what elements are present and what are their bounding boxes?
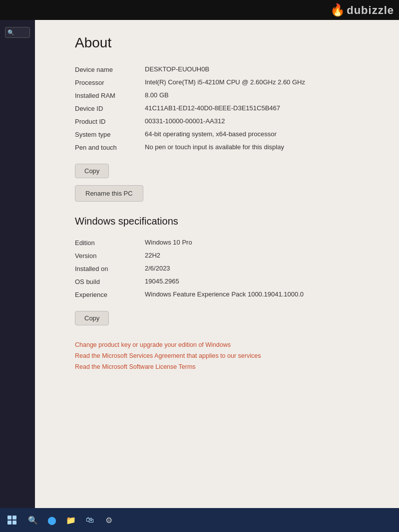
sidebar: 🔍 <box>0 20 35 508</box>
info-label: OS build <box>75 277 145 285</box>
info-label: Product ID <box>75 117 145 125</box>
info-label: System type <box>75 130 145 138</box>
info-row: Device ID 41C11AB1-ED12-40D0-8EEE-D3E151… <box>75 102 379 115</box>
info-value: 22H2 <box>145 252 379 259</box>
info-value: No pen or touch input is available for t… <box>145 143 379 151</box>
top-bar: 🔥dubizzle <box>0 0 399 20</box>
info-value: Windows 10 Pro <box>145 239 379 246</box>
content-panel: About Device name DESKTOP-EUOUH0B Proces… <box>35 20 399 508</box>
info-label: Processor <box>75 78 145 86</box>
info-row: System type 64-bit operating system, x64… <box>75 128 379 141</box>
dubizzle-logo: 🔥dubizzle <box>330 3 394 17</box>
copy-button-2[interactable]: Copy <box>75 311 109 325</box>
info-value: 2/6/2023 <box>145 265 379 272</box>
info-label: Device ID <box>75 104 145 112</box>
info-label: Experience <box>75 290 145 298</box>
taskbar-settings[interactable]: ⚙ <box>101 512 117 528</box>
info-row: Installed RAM 8.00 GB <box>75 89 379 102</box>
info-label: Edition <box>75 239 145 247</box>
info-row: OS build 19045.2965 <box>75 275 379 288</box>
device-info-table: Device name DESKTOP-EUOUH0B Processor In… <box>75 63 379 154</box>
info-row: Installed on 2/6/2023 <box>75 262 379 275</box>
info-value: 8.00 GB <box>145 91 379 99</box>
sidebar-search[interactable]: 🔍 <box>5 27 30 38</box>
info-row: Experience Windows Feature Experience Pa… <box>75 288 379 301</box>
links-section: Change product key or upgrade your editi… <box>75 341 379 370</box>
info-row: Product ID 00331-10000-00001-AA312 <box>75 115 379 128</box>
settings-link[interactable]: Change product key or upgrade your editi… <box>75 341 379 348</box>
info-value: DESKTOP-EUOUH0B <box>145 65 379 73</box>
info-label: Version <box>75 252 145 260</box>
windows-specs-table: Edition Windows 10 Pro Version 22H2 Inst… <box>75 236 379 301</box>
info-label: Installed RAM <box>75 91 145 99</box>
info-label: Pen and touch <box>75 143 145 151</box>
info-value: 64-bit operating system, x64-based proce… <box>145 130 379 138</box>
info-row: Version 22H2 <box>75 249 379 262</box>
taskbar-folder[interactable]: 📁 <box>63 512 79 528</box>
info-row: Pen and touch No pen or touch input is a… <box>75 141 379 154</box>
info-row: Processor Intel(R) Core(TM) i5-4210M CPU… <box>75 76 379 89</box>
info-label: Device name <box>75 65 145 73</box>
taskbar-search[interactable]: 🔍 <box>25 512 41 528</box>
info-value: 00331-10000-00001-AA312 <box>145 117 379 125</box>
start-button[interactable] <box>4 512 20 528</box>
taskbar-store[interactable]: 🛍 <box>82 512 98 528</box>
info-value: 41C11AB1-ED12-40D0-8EEE-D3E151C5B467 <box>145 104 379 112</box>
windows-specs-title: Windows specifications <box>75 216 379 227</box>
settings-link[interactable]: Read the Microsoft Software License Term… <box>75 363 379 370</box>
search-icon: 🔍 <box>7 29 14 36</box>
info-row: Device name DESKTOP-EUOUH0B <box>75 63 379 76</box>
main-area: 🔍 About Device name DESKTOP-EUOUH0B Proc… <box>0 20 399 508</box>
info-value: Windows Feature Experience Pack 1000.190… <box>145 290 379 298</box>
info-row: Edition Windows 10 Pro <box>75 236 379 249</box>
info-value: 19045.2965 <box>145 277 379 285</box>
flame-icon: 🔥 <box>330 3 346 16</box>
copy-button-1[interactable]: Copy <box>75 164 109 178</box>
taskbar: 🔍 ⬤ 📁 🛍 ⚙ <box>0 508 399 532</box>
settings-link[interactable]: Read the Microsoft Services Agreement th… <box>75 352 379 359</box>
rename-pc-button[interactable]: Rename this PC <box>75 185 143 202</box>
page-title: About <box>75 35 379 51</box>
info-label: Installed on <box>75 265 145 272</box>
taskbar-edge[interactable]: ⬤ <box>44 512 60 528</box>
info-value: Intel(R) Core(TM) i5-4210M CPU @ 2.60GHz… <box>145 78 379 86</box>
